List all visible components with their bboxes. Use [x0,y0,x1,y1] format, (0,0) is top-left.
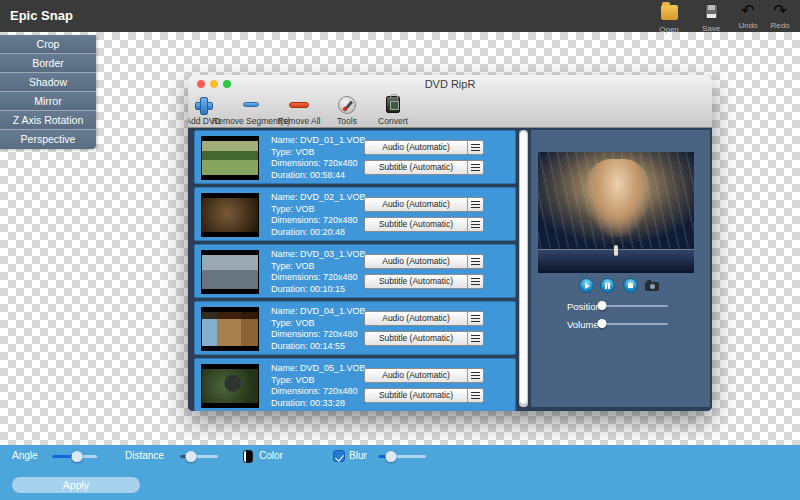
color-swatch[interactable] [243,450,253,463]
vob-name: Name: DVD_05_1.VOB [271,363,366,375]
folder-icon [661,5,678,20]
vob-duration: Duration: 00:14:55 [271,341,366,353]
preview-panel: Position Volume [531,130,710,407]
subtitle-select-value: Subtitle (Automatic) [365,275,467,288]
sidebar-item-perspective[interactable]: Perspective [0,130,96,149]
sidebar-item-border[interactable]: Border [0,54,96,73]
vob-name: Name: DVD_04_1.VOB [271,306,366,318]
undo-label: Undo [732,21,764,30]
undo-button[interactable]: ↶ Undo [732,2,764,34]
subtitle-select[interactable]: Subtitle (Automatic) [364,160,484,175]
blur-slider[interactable] [378,451,426,462]
distance-slider[interactable] [180,451,218,462]
audio-select-value: Audio (Automatic) [365,198,467,211]
menu-icon [471,164,480,171]
list-scrollbar[interactable] [519,130,528,407]
open-button[interactable]: Open [648,2,690,34]
menu-icon [471,201,480,208]
blur-label: Blur [349,450,367,461]
pause-button[interactable] [600,278,615,293]
audio-select[interactable]: Audio (Automatic) [364,140,484,155]
audio-select[interactable]: Audio (Automatic) [364,368,484,383]
menu-icon [471,392,480,399]
vob-name: Name: DVD_01_1.VOB [271,135,366,147]
redo-button[interactable]: ↷ Redo [764,2,796,34]
vob-metadata: Name: DVD_02_1.VOB Type: VOB Dimensions:… [271,192,366,238]
video-preview[interactable] [538,152,694,273]
audio-select-value: Audio (Automatic) [365,141,467,154]
audio-select[interactable]: Audio (Automatic) [364,311,484,326]
play-icon [585,283,590,289]
app-toolbar: Open Save ↶ Undo ↷ Redo [648,2,796,34]
menu-icon [471,258,480,265]
app-title: Epic Snap [10,0,73,32]
blur-checkbox[interactable] [333,450,345,462]
vob-metadata: Name: DVD_01_1.VOB Type: VOB Dimensions:… [271,135,366,181]
audio-select[interactable]: Audio (Automatic) [364,197,484,212]
dvd-ripr-window[interactable]: DVD RipR Add DVD Remove Segment(s) Remov… [188,75,712,411]
subtitle-select[interactable]: Subtitle (Automatic) [364,388,484,403]
subtitle-select-value: Subtitle (Automatic) [365,332,467,345]
vob-list-item-2[interactable]: Name: DVD_02_1.VOB Type: VOB Dimensions:… [194,187,516,241]
position-label: Position [567,301,601,312]
singer-screen [585,159,651,236]
subtitle-select[interactable]: Subtitle (Automatic) [364,274,484,289]
stop-button[interactable] [623,278,638,293]
vob-list-item-1[interactable]: Name: DVD_01_1.VOB Type: VOB Dimensions:… [194,130,516,184]
snapshot-icon[interactable] [645,282,659,291]
vob-list-item-5[interactable]: Name: DVD_05_1.VOB Type: VOB Dimensions:… [194,358,516,411]
subtitle-select-value: Subtitle (Automatic) [365,389,467,402]
save-button[interactable]: Save [690,2,732,34]
vob-type: Type: VOB [271,147,366,159]
vob-dimensions: Dimensions: 720x480 [271,158,366,170]
angle-slider[interactable] [52,451,97,462]
subtitle-select[interactable]: Subtitle (Automatic) [364,217,484,232]
vob-list-item-3[interactable]: Name: DVD_03_1.VOB Type: VOB Dimensions:… [194,244,516,298]
sidebar-item-shadow[interactable]: Shadow [0,73,96,92]
convert-icon [386,96,400,113]
audio-select-value: Audio (Automatic) [365,255,467,268]
position-slider-knob[interactable] [598,301,607,310]
floppy-icon [705,4,718,19]
convert-label: Convert [348,116,438,126]
convert-button[interactable]: Convert [348,93,438,126]
apply-button[interactable]: Apply [12,477,140,493]
vob-list-item-4[interactable]: Name: DVD_04_1.VOB Type: VOB Dimensions:… [194,301,516,355]
vob-dimensions: Dimensions: 720x480 [271,329,366,341]
sidebar-item-z-axis-rotation[interactable]: Z Axis Rotation [0,111,96,130]
distance-slider-knob[interactable] [185,451,196,462]
volume-slider-knob[interactable] [598,319,607,328]
position-slider[interactable] [602,301,668,310]
transparency-canvas: Crop Border Shadow Mirror Z Axis Rotatio… [0,32,800,445]
audio-select[interactable]: Audio (Automatic) [364,254,484,269]
vob-metadata: Name: DVD_03_1.VOB Type: VOB Dimensions:… [271,249,366,295]
color-label: Color [259,450,283,461]
app-titlebar: Epic Snap Open Save ↶ Undo ↷ Redo [0,0,800,32]
subtitle-select-value: Subtitle (Automatic) [365,161,467,174]
vob-name: Name: DVD_02_1.VOB [271,192,366,204]
vob-type: Type: VOB [271,375,366,387]
menu-icon [471,144,480,151]
vob-dimensions: Dimensions: 720x480 [271,215,366,227]
scrollbar-thumb[interactable] [520,131,527,404]
sidebar: Crop Border Shadow Mirror Z Axis Rotatio… [0,35,96,149]
subtitle-select-value: Subtitle (Automatic) [365,218,467,231]
subtitle-select[interactable]: Subtitle (Automatic) [364,331,484,346]
stop-icon [628,283,633,288]
save-label: Save [690,24,732,33]
menu-icon [471,335,480,342]
angle-slider-knob[interactable] [71,451,82,462]
menu-icon [471,278,480,285]
sidebar-item-mirror[interactable]: Mirror [0,92,96,111]
vob-name: Name: DVD_03_1.VOB [271,249,366,261]
window-title: DVD RipR [188,78,712,90]
performer-figure [614,245,618,256]
redo-icon: ↷ [773,3,786,18]
play-button[interactable] [579,278,594,293]
sidebar-item-crop[interactable]: Crop [0,35,96,54]
video-thumbnail [201,250,259,294]
volume-slider[interactable] [602,319,668,328]
blur-slider-knob[interactable] [386,451,397,462]
vob-dimensions: Dimensions: 720x480 [271,272,366,284]
video-thumbnail [201,307,259,351]
